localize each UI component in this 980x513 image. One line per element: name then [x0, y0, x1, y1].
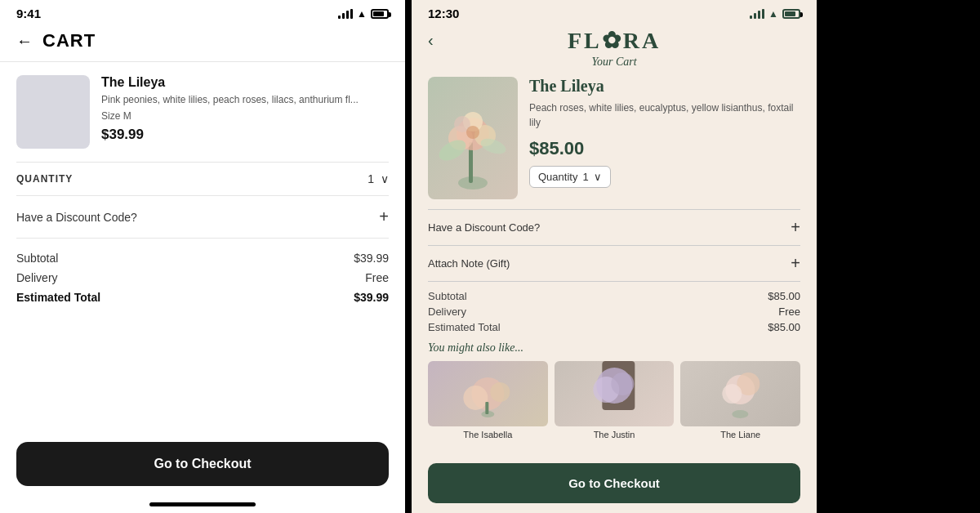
discount-row-right[interactable]: Have a Discount Code? + — [428, 209, 800, 245]
attach-note-row[interactable]: Attach Note (Gift) + — [428, 245, 800, 282]
battery-icon — [371, 9, 389, 19]
recommendations-section: You might also like... The Isabella — [428, 341, 800, 439]
subtotal-value-left: $39.99 — [354, 252, 389, 265]
recommendations-row: The Isabella The Justin — [428, 361, 800, 439]
svg-point-18 — [611, 372, 634, 395]
product-name-left: The Lileya — [101, 75, 389, 90]
suggestion-name-justin: The Justin — [555, 430, 675, 439]
product-size-left: Size M — [101, 110, 389, 122]
discount-label-left: Have a Discount Code? — [16, 211, 137, 224]
discount-row-left[interactable]: Have a Discount Code? + — [16, 196, 389, 239]
product-info-left: The Lileya Pink peonies, white lilies, p… — [101, 75, 389, 149]
totals-section-right: Subtotal $85.00 Delivery Free Estimated … — [428, 290, 800, 333]
checkout-button-left[interactable]: Go to Checkout — [16, 442, 389, 486]
cart-content-left: The Lileya Pink peonies, white lilies, p… — [0, 62, 405, 442]
product-image-right — [428, 77, 518, 199]
product-card-left: The Lileya Pink peonies, white lilies, p… — [16, 75, 389, 149]
recommendation-item-justin[interactable]: The Justin — [555, 361, 675, 439]
status-bar-right: 12:30 ▲ — [412, 0, 817, 24]
recommendations-title: You might also like... — [428, 341, 800, 355]
flora-logo: FL✿RA — [412, 27, 817, 54]
plus-icon-note-right[interactable]: + — [791, 254, 800, 273]
suggestion-img-liane — [680, 361, 800, 426]
battery-icon-right — [782, 9, 800, 19]
time-right: 12:30 — [428, 7, 459, 20]
subtotal-row-right: Subtotal $85.00 — [428, 290, 800, 302]
quantity-label-left: QUANTITY — [16, 173, 73, 185]
estimated-value-right: $85.00 — [768, 321, 800, 333]
recommendation-item-liane[interactable]: The Liane — [680, 361, 800, 439]
product-image-left — [16, 75, 90, 149]
signal-icon-right — [750, 9, 764, 19]
page-title-left: CART — [42, 30, 96, 51]
delivery-row-right: Delivery Free — [428, 306, 800, 318]
svg-point-9 — [466, 126, 479, 139]
suggestion-img-isabella — [428, 361, 548, 426]
subtotal-value-right: $85.00 — [768, 290, 800, 302]
wifi-icon: ▲ — [357, 8, 367, 20]
suggestion-name-liane: The Liane — [680, 430, 800, 439]
delivery-row-left: Delivery Free — [16, 271, 389, 284]
back-button-left[interactable]: ← — [16, 32, 33, 51]
quantity-selector-right[interactable]: Quantity 1 ∨ — [529, 166, 611, 188]
recommendation-item-isabella[interactable]: The Isabella — [428, 361, 548, 439]
product-price-right: $85.00 — [529, 138, 800, 159]
quantity-row-left: QUANTITY 1 ∨ — [16, 162, 389, 196]
home-indicator-left — [149, 502, 256, 506]
flower-icon: ✿ — [602, 28, 623, 53]
quantity-value-right: 1 — [583, 171, 589, 183]
svg-point-22 — [733, 410, 749, 418]
left-phone: 9:41 ▲ ← CART The Lileya Pink peonies, w… — [0, 0, 405, 513]
time-left: 9:41 — [16, 7, 41, 20]
discount-label-right: Have a Discount Code? — [428, 221, 540, 234]
subtotal-row-left: Subtotal $39.99 — [16, 252, 389, 265]
estimated-value-left: $39.99 — [354, 291, 389, 304]
checkout-button-right[interactable]: Go to Checkout — [428, 463, 800, 503]
svg-point-11 — [463, 386, 488, 410]
product-card-right: The Lileya Peach roses, white lilies, eu… — [428, 77, 800, 199]
back-button-right[interactable]: ‹ — [428, 30, 434, 49]
product-info-right: The Lileya Peach roses, white lilies, eu… — [529, 77, 800, 199]
nav-bar-left: ← CART — [0, 24, 405, 62]
product-desc-right: Peach roses, white lilies, eucalyptus, y… — [529, 100, 800, 130]
svg-point-21 — [723, 384, 742, 404]
estimated-label-left: Estimated Total — [16, 291, 100, 304]
totals-section-left: Subtotal $39.99 Delivery Free Estimated … — [16, 239, 389, 323]
delivery-label-right: Delivery — [428, 306, 466, 318]
suggestion-name-isabella: The Isabella — [428, 430, 548, 439]
subtotal-label-right: Subtotal — [428, 290, 467, 302]
quantity-number-left: 1 — [368, 172, 374, 185]
phone-divider — [405, 0, 412, 513]
plus-icon-discount-right[interactable]: + — [791, 218, 800, 237]
subtotal-label-left: Subtotal — [16, 252, 58, 265]
suggestion-img-justin — [555, 361, 675, 426]
logo-header: ‹ FL✿RA — [412, 24, 817, 56]
right-content: The Lileya Peach roses, white lilies, eu… — [412, 77, 817, 457]
product-price-left: $39.99 — [101, 127, 389, 143]
status-icons-right: ▲ — [750, 8, 800, 20]
delivery-label-left: Delivery — [16, 271, 58, 284]
status-icons-left: ▲ — [338, 8, 389, 20]
quantity-label-right: Quantity — [538, 171, 577, 183]
status-bar-left: 9:41 ▲ — [0, 0, 405, 24]
estimated-row-left: Estimated Total $39.99 — [16, 291, 389, 304]
right-phone: 12:30 ▲ ‹ FL✿RA Your Cart — [412, 0, 817, 513]
chevron-down-icon-left[interactable]: ∨ — [381, 172, 389, 185]
svg-point-12 — [490, 382, 510, 402]
attach-note-label: Attach Note (Gift) — [428, 257, 510, 270]
estimated-row-right: Estimated Total $85.00 — [428, 321, 800, 333]
wifi-icon-right: ▲ — [768, 8, 778, 20]
product-name-right: The Lileya — [529, 77, 800, 96]
delivery-value-right: Free — [778, 306, 800, 318]
svg-rect-14 — [485, 402, 488, 414]
chevron-down-icon-right: ∨ — [594, 171, 602, 183]
signal-icon — [338, 9, 353, 19]
quantity-selector-left[interactable]: 1 ∨ — [368, 172, 389, 185]
delivery-value-left: Free — [365, 271, 389, 284]
product-desc-left: Pink peonies, white lilies, peach roses,… — [101, 93, 389, 107]
estimated-label-right: Estimated Total — [428, 321, 501, 333]
plus-icon-left[interactable]: + — [379, 207, 389, 226]
cart-subtitle: Your Cart — [412, 56, 817, 69]
